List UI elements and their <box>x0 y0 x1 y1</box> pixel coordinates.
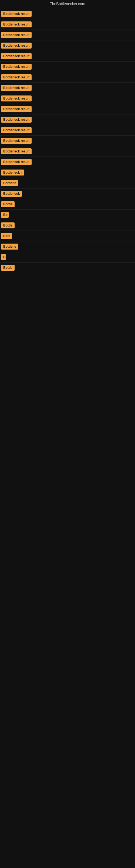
list-item: Bottleneck result <box>0 135 135 146</box>
bottleneck-result-badge[interactable]: Bottleneck result <box>1 22 32 27</box>
list-item: Bott <box>0 231 135 241</box>
bottleneck-result-badge[interactable]: Bottleneck result <box>1 148 32 154</box>
bottleneck-result-badge[interactable]: Bottleneck result <box>1 138 32 144</box>
list-item: Bottle <box>0 220 135 231</box>
list-item: Bottleneck result <box>0 62 135 72</box>
bottleneck-result-badge[interactable]: Bottlene <box>1 180 18 186</box>
bottleneck-result-badge[interactable]: Bottleneck result <box>1 11 32 17</box>
list-item: Bottleneck result <box>0 146 135 157</box>
list-item: Bottleneck r <box>0 167 135 178</box>
list-item: Bottlene <box>0 241 135 252</box>
list-item: Bottleneck result <box>0 104 135 115</box>
bottleneck-result-badge[interactable]: Bott <box>1 233 12 239</box>
list-item: Bottleneck result <box>0 40 135 51</box>
bottleneck-result-badge[interactable]: Bottlene <box>1 244 18 250</box>
bottleneck-result-badge[interactable]: Bottle <box>1 222 14 228</box>
list-item: B <box>0 252 135 262</box>
bottleneck-result-badge[interactable]: Bottleneck result <box>1 106 32 112</box>
bottleneck-result-badge[interactable]: Bottleneck result <box>1 117 32 123</box>
list-item: Bottleneck result <box>0 115 135 125</box>
bottleneck-result-badge[interactable]: Bottleneck result <box>1 74 32 80</box>
list-item: Bottleneck result <box>0 93 135 104</box>
bottleneck-result-badge[interactable]: Bottle <box>1 265 14 271</box>
rows-container: Bottleneck resultBottleneck resultBottle… <box>0 9 135 273</box>
bottleneck-result-badge[interactable]: Bottleneck result <box>1 53 32 59</box>
list-item: Bottleneck result <box>0 72 135 83</box>
list-item: Bottle <box>0 199 135 210</box>
list-item: Bottle <box>0 262 135 273</box>
list-item: Bottleneck result <box>0 51 135 62</box>
bottleneck-result-badge[interactable]: Bottleneck result <box>1 95 32 101</box>
list-item: Bottleneck result <box>0 30 135 40</box>
bottleneck-result-badge[interactable]: Bottleneck result <box>1 32 32 38</box>
bottleneck-result-badge[interactable]: Bottleneck result <box>1 42 32 49</box>
list-item: Bottleneck result <box>0 157 135 167</box>
bottleneck-result-badge[interactable]: Bottleneck result <box>1 64 32 70</box>
bottleneck-result-badge[interactable]: Bottle <box>1 201 14 207</box>
bottleneck-result-badge[interactable]: Bottleneck result <box>1 159 32 165</box>
list-item: Bottleneck result <box>0 83 135 93</box>
site-title: TheBottlenecker.com <box>0 0 135 9</box>
list-item: Bo <box>0 210 135 220</box>
bottleneck-result-badge[interactable]: Bo <box>1 212 9 218</box>
bottleneck-result-badge[interactable]: B <box>1 254 6 260</box>
list-item: Bottleneck <box>0 188 135 199</box>
list-item: Bottleneck result <box>0 19 135 30</box>
list-item: Bottleneck result <box>0 9 135 19</box>
bottleneck-result-badge[interactable]: Bottleneck result <box>1 127 32 133</box>
list-item: Bottlene <box>0 178 135 188</box>
bottleneck-result-badge[interactable]: Bottleneck result <box>1 85 32 91</box>
bottleneck-result-badge[interactable]: Bottleneck r <box>1 169 24 176</box>
bottleneck-result-badge[interactable]: Bottleneck <box>1 191 22 197</box>
list-item: Bottleneck result <box>0 125 135 135</box>
